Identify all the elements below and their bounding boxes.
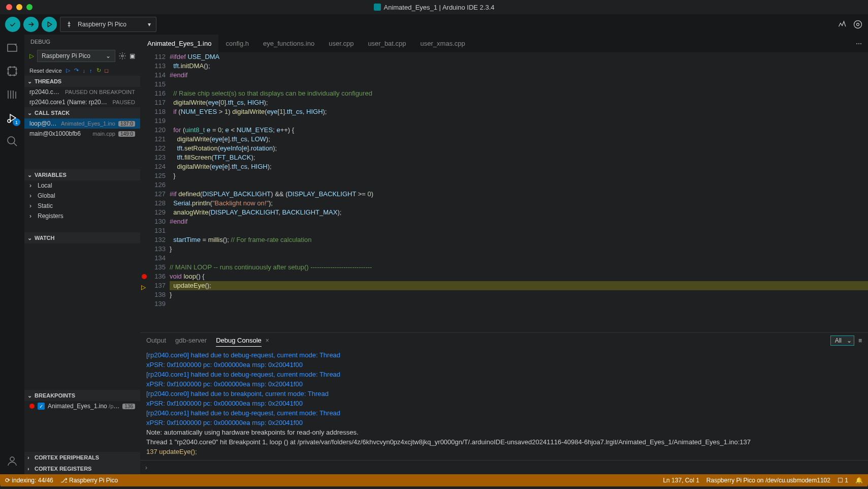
close-panel-button[interactable]: × (266, 337, 269, 344)
debug-console-icon[interactable]: ▣ (130, 52, 135, 59)
thread-row[interactable]: rp2040.core0 (...PAUSED ON BREAKPOINT (24, 87, 140, 97)
window-controls (6, 4, 33, 10)
editor-tab[interactable]: Animated_Eyes_1.ino (140, 35, 218, 52)
svg-point-7 (121, 55, 123, 57)
close-button[interactable] (6, 4, 12, 10)
svg-point-6 (10, 457, 14, 461)
status-bell-icon[interactable]: 🔔 (855, 477, 863, 484)
clear-button[interactable]: ≡ (858, 337, 862, 344)
activity-bar: 1 (0, 35, 24, 474)
board-selector[interactable]: Raspberry Pi Pico ▾ (60, 17, 156, 32)
status-port[interactable]: Raspberry Pi Pico on /dev/cu.usbmodem110… (706, 477, 830, 484)
variable-scope[interactable]: ›Global (24, 191, 140, 201)
stop-button[interactable]: □ (105, 68, 109, 74)
editor-tab[interactable]: user_xmas.cpp (413, 35, 472, 52)
console-input[interactable]: › (140, 460, 868, 474)
gear-icon[interactable] (118, 52, 126, 60)
status-indexing[interactable]: ⟳ indexing: 44/46 (5, 477, 53, 484)
svg-point-2 (854, 21, 862, 28)
status-board[interactable]: ⎇ Raspberry Pi Pico (60, 477, 118, 484)
cortex-periph-header[interactable]: ›CORTEX PERIPHERALS (24, 452, 140, 463)
filter-select[interactable]: All ⌄ (830, 335, 854, 346)
minimize-button[interactable] (16, 4, 22, 10)
serial-monitor-icon[interactable] (853, 19, 863, 29)
panel-tab[interactable]: gdb-server (175, 334, 207, 347)
variable-scope[interactable]: ›Registers (24, 211, 140, 221)
panel-tab[interactable]: Debug Console (216, 334, 262, 347)
panel-tab[interactable]: Output (146, 334, 166, 347)
sidebar-title: DEBUG (24, 35, 140, 47)
editor-tab[interactable]: user_bat.cpp (361, 35, 413, 52)
svg-marker-0 (48, 22, 51, 26)
debug-view-icon[interactable]: 1 (6, 112, 18, 124)
step-into-button[interactable]: ↓ (83, 68, 86, 74)
status-bar: ⟳ indexing: 44/46 ⎇ Raspberry Pi Pico Ln… (0, 474, 868, 486)
bottom-panel: Outputgdb-serverDebug Console × All ⌄ ≡ … (140, 332, 868, 474)
maximize-button[interactable] (26, 4, 33, 10)
svg-point-5 (8, 137, 15, 144)
editor-tab[interactable]: user.cpp (322, 35, 361, 52)
watch-header[interactable]: ⌄WATCH (24, 232, 140, 243)
stack-frame[interactable]: loop@0x10003...Animated_Eyes_1.ino137:0 (24, 118, 140, 129)
status-cursor[interactable]: Ln 137, Col 1 (663, 477, 699, 484)
titlebar: Animated_Eyes_1 | Arduino IDE 2.3.4 (0, 0, 868, 14)
verify-button[interactable] (5, 17, 20, 32)
explorer-icon[interactable] (6, 42, 18, 54)
status-notifications[interactable]: ☐ 1 (838, 477, 848, 484)
step-out-button[interactable]: ↑ (89, 68, 92, 74)
debug-button[interactable] (42, 17, 57, 32)
editor-tabs: Animated_Eyes_1.inoconfig.heye_functions… (140, 35, 868, 52)
variables-header[interactable]: ⌄VARIABLES (24, 169, 140, 180)
library-icon[interactable] (6, 88, 18, 101)
svg-point-1 (857, 23, 859, 26)
editor-area: Animated_Eyes_1.inoconfig.heye_functions… (140, 35, 868, 474)
svg-rect-3 (8, 67, 16, 75)
account-icon[interactable] (6, 455, 18, 467)
breakpoint-row[interactable]: ✓Animated_Eyes_1.ino /private/var/...136 (24, 401, 140, 411)
continue-button[interactable]: ▷ (66, 67, 70, 74)
stack-frame[interactable]: main@0x1000bfb6main.cpp149:0 (24, 129, 140, 139)
window-title: Animated_Eyes_1 | Arduino IDE 2.3.4 (373, 4, 494, 11)
cortex-reg-header[interactable]: ›CORTEX REGISTERS (24, 463, 140, 474)
callstack-header[interactable]: ⌄CALL STACK (24, 107, 140, 118)
boards-icon[interactable] (6, 65, 18, 77)
step-over-button[interactable]: ↷ (74, 67, 79, 74)
usb-icon (66, 21, 73, 28)
tab-menu-button[interactable]: ⋯ (850, 40, 868, 47)
debug-sidebar: DEBUG ▷ Raspberry Pi Pico⌄ ▣ Reset devic… (24, 35, 140, 474)
editor-tab[interactable]: config.h (218, 35, 256, 52)
toolbar: Raspberry Pi Pico ▾ (0, 14, 868, 35)
start-debug-button[interactable]: ▷ (29, 52, 34, 59)
debug-console[interactable]: [rp2040.core0] halted due to debug-reque… (140, 348, 868, 460)
debug-badge: 1 (13, 118, 20, 126)
upload-button[interactable] (23, 17, 39, 32)
arduino-icon (373, 4, 380, 11)
reset-device-button[interactable]: Reset device (29, 68, 62, 74)
debug-config-select[interactable]: Raspberry Pi Pico⌄ (37, 50, 115, 62)
editor-tab[interactable]: eye_functions.ino (256, 35, 322, 52)
variable-scope[interactable]: ›Local (24, 180, 140, 191)
chevron-down-icon: ▾ (148, 21, 151, 28)
variable-scope[interactable]: ›Static (24, 201, 140, 211)
serial-plotter-icon[interactable] (838, 19, 848, 29)
threads-header[interactable]: ⌄THREADS (24, 76, 140, 87)
breakpoints-header[interactable]: ⌄BREAKPOINTS (24, 390, 140, 401)
restart-button[interactable]: ↻ (97, 67, 101, 74)
code-editor[interactable]: ▷ 11211311411511611711811912012112212312… (140, 52, 868, 332)
search-icon[interactable] (6, 135, 18, 147)
thread-row[interactable]: rp2040.core1 (Name: rp2040.core...PAUSED (24, 97, 140, 107)
chevron-down-icon: ⌄ (106, 52, 111, 59)
